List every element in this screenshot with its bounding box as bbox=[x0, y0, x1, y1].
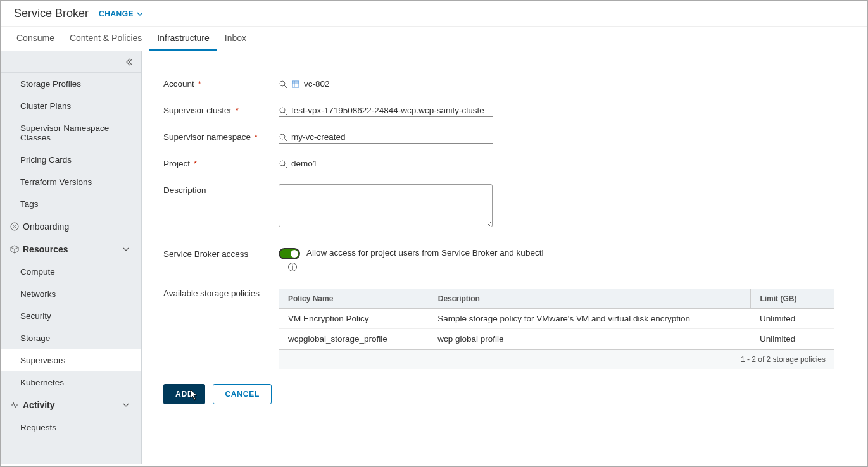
cell-policy-limit: Unlimited bbox=[751, 309, 834, 329]
app-title: Service Broker bbox=[14, 7, 89, 20]
namespace-field[interactable]: my-vc-created bbox=[279, 131, 493, 144]
app-header: Service Broker CHANGE bbox=[1, 1, 867, 27]
table-row[interactable]: wcpglobal_storage_profile wcp global pro… bbox=[279, 329, 834, 349]
svg-rect-3 bbox=[292, 81, 299, 87]
cluster-value: test-vpx-1719508622-24844-wcp.wcp-sanity… bbox=[291, 106, 484, 115]
svg-point-8 bbox=[280, 161, 285, 166]
sidebar-section-activity[interactable]: Activity bbox=[1, 394, 141, 416]
chevron-down-icon bbox=[122, 246, 130, 253]
chevron-down-icon bbox=[122, 401, 130, 409]
datacenter-icon bbox=[291, 80, 300, 89]
svg-line-7 bbox=[284, 139, 287, 141]
tab-infrastructure[interactable]: Infrastructure bbox=[149, 27, 217, 51]
sidebar-section-label: Onboarding bbox=[23, 221, 69, 232]
search-icon bbox=[279, 159, 287, 168]
project-value: demo1 bbox=[291, 159, 317, 168]
svg-line-5 bbox=[284, 112, 287, 115]
sidebar-item-tags[interactable]: Tags bbox=[1, 193, 141, 215]
policies-label: Available storage policies bbox=[163, 289, 279, 369]
sidebar-section-resources[interactable]: Resources bbox=[1, 238, 141, 261]
search-icon bbox=[279, 106, 287, 115]
cell-policy-limit: Unlimited bbox=[751, 329, 834, 349]
change-link[interactable]: CHANGE bbox=[99, 9, 144, 18]
sidebar-item-storage-profiles[interactable]: Storage Profiles bbox=[1, 73, 141, 95]
tab-inbox[interactable]: Inbox bbox=[217, 27, 254, 51]
sidebar-section-label: Activity bbox=[23, 400, 55, 410]
cell-policy-desc: wcp global profile bbox=[429, 329, 751, 349]
sidebar-item-kubernetes[interactable]: Kubernetes bbox=[1, 371, 141, 394]
policies-table: Policy Name Description Limit (GB) VM En… bbox=[279, 289, 834, 349]
sidebar-item-networks[interactable]: Networks bbox=[1, 283, 141, 305]
svg-line-9 bbox=[284, 165, 287, 168]
cell-policy-name: wcpglobal_storage_profile bbox=[279, 329, 429, 349]
sidebar-item-security[interactable]: Security bbox=[1, 305, 141, 327]
access-toggle[interactable] bbox=[279, 248, 300, 259]
tab-content-policies[interactable]: Content & Policies bbox=[62, 27, 149, 51]
svg-point-1 bbox=[280, 81, 285, 86]
sidebar-collapse[interactable] bbox=[1, 51, 141, 73]
description-textarea[interactable] bbox=[279, 184, 493, 227]
namespace-label: Supervisor namespace* bbox=[163, 131, 279, 142]
sidebar-item-requests[interactable]: Requests bbox=[1, 416, 141, 439]
project-field[interactable]: demo1 bbox=[279, 158, 493, 170]
table-row[interactable]: VM Encryption Policy Sample storage poli… bbox=[279, 309, 834, 329]
collapse-icon bbox=[125, 58, 134, 66]
search-icon bbox=[279, 80, 287, 89]
cancel-button[interactable]: CANCEL bbox=[213, 384, 272, 404]
sidebar: Storage Profiles Cluster Plans Superviso… bbox=[1, 51, 142, 464]
svg-point-12 bbox=[292, 265, 293, 266]
sidebar-item-cluster-plans[interactable]: Cluster Plans bbox=[1, 95, 141, 117]
policies-header-name[interactable]: Policy Name bbox=[279, 289, 429, 309]
cluster-label: Supervisor cluster* bbox=[163, 104, 279, 115]
sidebar-section-label: Resources bbox=[23, 244, 68, 254]
policies-footer: 1 - 2 of 2 storage policies bbox=[279, 349, 834, 369]
cell-policy-name: VM Encryption Policy bbox=[279, 309, 429, 329]
svg-point-4 bbox=[280, 108, 285, 113]
svg-point-6 bbox=[280, 134, 285, 139]
tab-consume[interactable]: Consume bbox=[9, 27, 62, 51]
policies-header-desc[interactable]: Description bbox=[429, 289, 751, 309]
change-link-label: CHANGE bbox=[99, 9, 134, 18]
project-label: Project* bbox=[163, 158, 279, 168]
info-icon[interactable] bbox=[287, 262, 298, 272]
account-label: Account* bbox=[163, 78, 279, 89]
sidebar-item-compute[interactable]: Compute bbox=[1, 261, 141, 283]
cube-icon bbox=[10, 245, 19, 254]
compass-icon bbox=[10, 222, 19, 231]
add-button[interactable]: ADD bbox=[163, 384, 205, 404]
sidebar-item-supervisors[interactable]: Supervisors bbox=[1, 349, 141, 371]
description-label: Description bbox=[163, 184, 279, 195]
sidebar-section-onboarding[interactable]: Onboarding bbox=[1, 215, 141, 238]
namespace-value: my-vc-created bbox=[291, 132, 346, 142]
account-value: vc-802 bbox=[304, 79, 330, 89]
sidebar-item-terraform-versions[interactable]: Terraform Versions bbox=[1, 171, 141, 193]
cluster-field[interactable]: test-vpx-1719508622-24844-wcp.wcp-sanity… bbox=[279, 104, 493, 117]
sidebar-item-supervisor-ns-classes[interactable]: Supervisor Namespace Classes bbox=[1, 117, 141, 149]
account-field[interactable]: vc-802 bbox=[279, 78, 493, 90]
search-icon bbox=[279, 133, 287, 142]
policies-table-wrap: Policy Name Description Limit (GB) VM En… bbox=[279, 289, 834, 369]
cell-policy-desc: Sample storage policy for VMware's VM an… bbox=[429, 309, 751, 329]
sidebar-item-pricing-cards[interactable]: Pricing Cards bbox=[1, 149, 141, 171]
chevron-down-icon bbox=[136, 10, 144, 18]
access-label: Service Broker access bbox=[163, 248, 279, 272]
sidebar-item-storage[interactable]: Storage bbox=[1, 327, 141, 349]
svg-line-2 bbox=[284, 85, 287, 88]
policies-header-limit[interactable]: Limit (GB) bbox=[751, 289, 834, 309]
access-text: Allow access for project users from Serv… bbox=[306, 248, 543, 258]
activity-icon bbox=[10, 401, 19, 409]
main-panel: Account* vc-802 Supervisor cluster* test… bbox=[142, 51, 867, 464]
main-tabs: Consume Content & Policies Infrastructur… bbox=[1, 27, 867, 51]
